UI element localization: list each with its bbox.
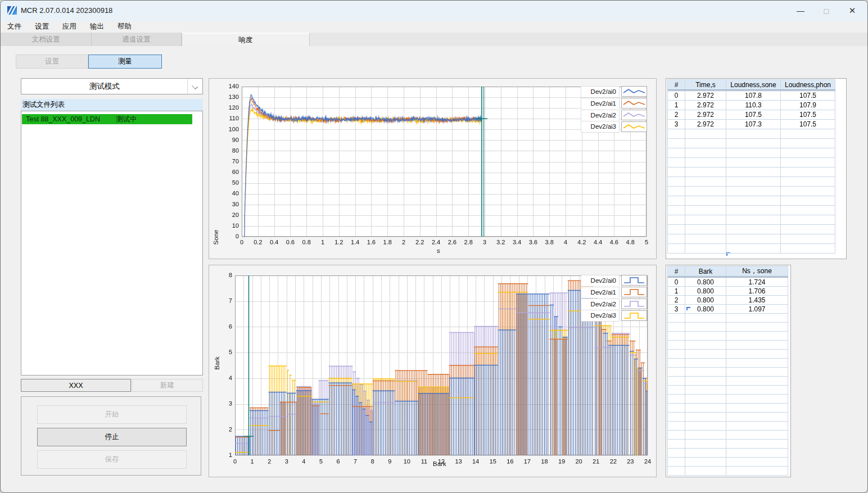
table-row-empty <box>668 187 835 196</box>
close-button[interactable]: ✕ <box>839 1 865 21</box>
menu-item-apply[interactable]: 应用 <box>56 22 83 31</box>
menu-item-settings[interactable]: 设置 <box>28 22 56 31</box>
line-style-icon[interactable] <box>621 121 647 132</box>
table-row-empty <box>668 196 835 206</box>
column-header: Loudness,sone <box>726 80 781 91</box>
table-row[interactable]: 02.972107.8107.5 <box>668 91 835 101</box>
table-row-empty <box>668 431 788 440</box>
table-cell: 107.3 <box>726 120 781 129</box>
loudness-table: #Time,sLoudness,soneLoudness,phon02.9721… <box>667 79 835 254</box>
window-title: MCR 2.07.0.014 202300918 <box>21 6 112 15</box>
time-chart-legend: Dev2/ai0Dev2/ai1Dev2/ai2Dev2/ai3 <box>581 85 647 133</box>
test-mode-select[interactable]: 测试模式 <box>21 78 203 94</box>
table-row[interactable]: 00.8001.724 <box>668 277 788 287</box>
column-header: Loudness,phon <box>781 80 835 91</box>
table-cell: 2.972 <box>685 91 726 101</box>
test-mode-value: 测试模式 <box>21 79 188 94</box>
bar-style-icon[interactable] <box>621 275 647 286</box>
table-cell: 107.5 <box>781 110 835 120</box>
bar-style-icon[interactable] <box>621 287 647 297</box>
test-file-name: Test 88_XXX_009_LDN <box>26 115 100 123</box>
tab-loudness[interactable]: 响度 <box>182 33 310 46</box>
table-row-empty <box>668 206 835 215</box>
stop-button[interactable]: 停止 <box>37 428 187 446</box>
table-cell: 1.724 <box>726 277 788 287</box>
table-row[interactable]: 32.972107.3107.5 <box>668 120 835 129</box>
table-cell: 0.800 <box>685 287 726 296</box>
maximize-button[interactable]: ◻ <box>813 1 839 21</box>
table-cell: 0.800 <box>685 296 726 305</box>
table-row-empty <box>668 332 788 341</box>
table-row-empty <box>668 467 788 476</box>
legend-item[interactable]: Dev2/ai0 <box>581 274 647 286</box>
table-cell: 107.8 <box>726 91 781 101</box>
app-icon <box>7 6 17 15</box>
table-row-empty <box>668 177 835 187</box>
legend-item[interactable]: Dev2/ai0 <box>581 85 647 97</box>
table-cell: 2.972 <box>685 110 726 120</box>
line-style-icon[interactable] <box>621 98 647 108</box>
legend-item[interactable]: Dev2/ai2 <box>581 109 647 121</box>
table-row-empty <box>668 449 788 458</box>
tab-document-settings[interactable]: 文档设置 <box>1 33 92 46</box>
menu-item-help[interactable]: 帮助 <box>111 22 138 31</box>
menu-item-output[interactable]: 输出 <box>83 22 111 31</box>
measure-view-button[interactable]: 测量 <box>88 55 162 69</box>
settings-view-button[interactable]: 设置 <box>16 55 88 69</box>
column-header: Ns，sone <box>726 266 788 277</box>
legend-item[interactable]: Dev2/ai2 <box>581 298 647 310</box>
time-chart-panel: Sone s Dev2/ai0Dev2/ai1Dev2/ai2Dev2/ai3 <box>209 78 657 259</box>
table-cell: 107.5 <box>781 120 835 129</box>
chevron-down-icon[interactable] <box>187 79 202 94</box>
xxx-button[interactable]: XXX <box>21 379 131 392</box>
table-row-empty <box>668 377 788 386</box>
column-header: Time,s <box>685 80 726 91</box>
table-row[interactable]: 10.8001.706 <box>668 287 788 296</box>
table-row-empty <box>668 422 788 431</box>
table-cell: 1.097 <box>726 305 788 314</box>
table-cell: 1.706 <box>726 287 788 296</box>
table-row-empty <box>668 458 788 467</box>
save-button[interactable]: 保存 <box>37 450 187 469</box>
legend-item[interactable]: Dev2/ai1 <box>581 97 647 109</box>
table-row[interactable]: 22.972107.5107.5 <box>668 110 835 120</box>
table-row[interactable]: 30.8001.097 <box>668 305 788 314</box>
legend-label: Dev2/ai3 <box>581 121 620 133</box>
table-cell: 1 <box>668 287 685 296</box>
table-row-empty <box>668 168 835 177</box>
table-row[interactable]: 20.8001.435 <box>668 296 788 305</box>
legend-item[interactable]: Dev2/ai1 <box>581 286 647 298</box>
menubar: 文件 设置 应用 输出 帮助 <box>1 21 868 33</box>
menu-item-file[interactable]: 文件 <box>1 22 28 31</box>
legend-label: Dev2/ai0 <box>581 275 620 286</box>
column-header: Bark <box>685 266 726 277</box>
bark-table: #BarkNs，sone00.8001.72410.8001.70620.800… <box>667 266 788 476</box>
legend-item[interactable]: Dev2/ai3 <box>581 310 647 322</box>
new-button[interactable]: 新建 <box>132 379 203 392</box>
table-cell: 0 <box>668 277 685 287</box>
legend-label: Dev2/ai3 <box>581 310 620 322</box>
minimize-button[interactable]: — <box>788 1 813 21</box>
start-button[interactable]: 开始 <box>37 405 187 424</box>
tab-channel-settings[interactable]: 通道设置 <box>92 33 182 46</box>
table-row-empty <box>668 244 835 254</box>
table-cell: 0.800 <box>685 305 726 314</box>
bar-style-icon[interactable] <box>621 298 647 309</box>
loudness-table-panel: #Time,sLoudness,soneLoudness,phon02.9721… <box>666 78 847 259</box>
legend-item[interactable]: Dev2/ai3 <box>581 121 647 133</box>
bark-table-panel: #BarkNs，sone00.8001.72410.8001.70620.800… <box>666 265 791 477</box>
table-cell: 2.972 <box>685 101 726 110</box>
table-row-empty <box>668 139 835 148</box>
line-style-icon[interactable] <box>621 110 647 120</box>
table-row-empty <box>668 440 788 449</box>
table-cell: 107.5 <box>781 91 835 101</box>
line-style-icon[interactable] <box>621 86 647 97</box>
test-file-list[interactable]: Test 88_XXX_009_LDN 测试中 <box>21 111 203 376</box>
table-row[interactable]: 12.972110.3107.9 <box>668 101 835 110</box>
bar-style-icon[interactable] <box>621 310 647 321</box>
bark-axis-label-y: Bark <box>214 352 220 374</box>
bark-axis-label-x: Bark <box>433 460 446 467</box>
legend-label: Dev2/ai1 <box>581 287 620 298</box>
test-file-item[interactable]: Test 88_XXX_009_LDN 测试中 <box>22 114 192 124</box>
table-row-empty <box>668 368 788 377</box>
